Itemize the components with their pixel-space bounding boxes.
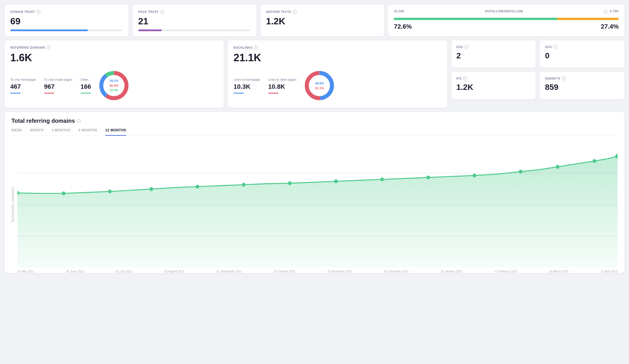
backlinks-value-other: 10.8K: [268, 83, 296, 90]
chart-dot: [593, 159, 596, 163]
backlinks-label-other: Links to other pages: [268, 78, 296, 82]
chart-dot: [519, 170, 523, 174]
dofollow-left-count: 15.35K: [394, 10, 404, 14]
sub-label-inside: To only inside pages: [44, 78, 73, 82]
x-label-jun: 01 June 2021: [66, 270, 84, 273]
dofollow-label: 15.35K DOFOLLOW/NOFOLLOW i 5.79K: [394, 10, 619, 15]
backlinks-label: BACKLINKS i: [234, 46, 441, 50]
chart-section: Total referring domains i WEEK MONTH 3 M…: [5, 112, 624, 273]
dofollow-right-count: 5.79K: [610, 10, 619, 14]
page-trust-bar: [138, 29, 251, 31]
page-trust-card: PAGE TRUST i 21: [132, 5, 256, 36]
subnets-value: 859: [545, 83, 619, 92]
x-label-nov: 01 November 2021: [328, 270, 352, 273]
backlinks-info-icon[interactable]: i: [254, 46, 258, 50]
chart-x-labels: 01 May 2021 01 June 2021 01 July 2021 01…: [17, 268, 618, 273]
backlinks-label-homepage: Links to homepage: [234, 78, 260, 82]
edu-gov-row: EDU i 2 GOV i 0: [451, 40, 624, 68]
referring-domains-card: REFERRING DOMAINS i 1.6K To only homepag…: [5, 40, 224, 108]
anchor-texts-info-icon[interactable]: i: [293, 10, 297, 14]
x-label-apr: 01 April 2022: [601, 270, 617, 273]
gov-card: GOV i 0: [540, 40, 624, 68]
sub-label-homepage: To only homepage: [10, 78, 36, 82]
chart-dot: [426, 175, 430, 179]
domain-trust-label: DOMAIN TRUST i: [10, 10, 123, 14]
domain-trust-bar: [10, 29, 123, 31]
chart-dot: [108, 189, 112, 193]
anchor-texts-label: ANCHOR TEXTS i: [266, 10, 379, 14]
ips-info-icon[interactable]: i: [463, 76, 467, 80]
sub-bar-homepage: [10, 93, 21, 94]
sub-bar-other: [81, 93, 91, 94]
donut-blue-pct: 29.2%: [110, 78, 118, 83]
page-trust-value: 21: [138, 16, 251, 27]
anchor-texts-card: ANCHOR TEXTS i 1.2K: [260, 5, 384, 36]
dofollow-info-icon[interactable]: i: [604, 10, 608, 14]
dofollow-title: DOFOLLOW/NOFOLLOW: [404, 10, 604, 14]
sub-value-other: 166: [81, 83, 91, 90]
donut-green-pct: 10.4%: [110, 88, 118, 93]
x-label-oct: 01 October 2021: [274, 270, 296, 273]
domain-trust-info-icon[interactable]: i: [36, 10, 40, 14]
chart-dot: [62, 191, 66, 195]
gov-info-icon[interactable]: i: [553, 45, 557, 49]
backlinks-bar-other: [268, 93, 278, 94]
page-trust-bar-fill: [138, 29, 162, 31]
backlinks-content: Links to homepage 10.3K Links to other p…: [234, 68, 441, 103]
right-stack: EDU i 2 GOV i 0 IPS i: [451, 40, 624, 108]
sub-stat-other: Other 166: [81, 78, 91, 93]
referring-domains-content: To only homepage 467 To only inside page…: [10, 68, 218, 103]
referring-domains-value: 1.6K: [10, 52, 218, 64]
sub-bar-inside: [44, 93, 54, 94]
edu-label: EDU i: [456, 45, 531, 49]
tab-week[interactable]: WEEK: [11, 128, 22, 136]
domain-trust-value: 69: [10, 16, 123, 27]
chart-dot: [196, 185, 199, 189]
tab-month[interactable]: MONTH: [30, 128, 43, 136]
chart-dot: [380, 177, 384, 181]
chart-dot: [472, 174, 476, 178]
sub-stat-homepage: To only homepage 467: [10, 78, 36, 93]
chart-dot: [149, 187, 153, 191]
sub-stat-inside: To only inside pages 967: [44, 78, 73, 93]
time-tabs: WEEK MONTH 3 MONTHS 6 MONTHS 12 MONTHS: [11, 128, 618, 136]
backlinks-donut-red: 51.1%: [315, 86, 324, 90]
chart-y-label: REFERRING DOMAINS: [11, 187, 15, 222]
dofollow-card: 15.35K DOFOLLOW/NOFOLLOW i 5.79K 72.6% 2…: [388, 5, 624, 36]
domain-trust-card: DOMAIN TRUST i 69: [5, 5, 128, 36]
edu-value: 2: [456, 51, 531, 60]
subnets-info-icon[interactable]: i: [562, 76, 566, 80]
page-trust-info-icon[interactable]: i: [160, 10, 164, 14]
chart-dot: [242, 183, 246, 187]
backlinks-card: BACKLINKS i 21.1K Links to homepage 10.3…: [228, 40, 447, 108]
dofollow-green-pct: 72.6%: [394, 23, 412, 30]
referring-donut-center: 29.2% 60.4% 10.4%: [110, 78, 118, 93]
backlinks-sub-homepage: Links to homepage 10.3K: [234, 78, 260, 93]
ips-card: IPS i 1.2K: [451, 72, 536, 99]
page-trust-label: PAGE TRUST i: [138, 10, 251, 14]
dofollow-green-fill: [394, 18, 557, 20]
gov-value: 0: [545, 51, 619, 60]
ips-value: 1.2K: [456, 83, 531, 92]
anchor-texts-value: 1.2K: [266, 16, 379, 27]
tab-3months[interactable]: 3 MONTHS: [52, 128, 70, 136]
backlinks-value: 21.1K: [234, 52, 441, 64]
backlinks-donut: 48.9% 51.1%: [302, 68, 337, 103]
backlinks-sub-other: Links to other pages 10.8K: [268, 78, 296, 93]
edu-card: EDU i 2: [451, 40, 536, 68]
x-label-jul: 01 July 2021: [116, 270, 132, 273]
dofollow-orange-pct: 27.4%: [601, 23, 619, 30]
referring-donut: 29.2% 60.4% 10.4%: [97, 68, 131, 103]
referring-domains-info-icon[interactable]: i: [47, 46, 51, 50]
tab-12months[interactable]: 12 MONTHS: [105, 128, 126, 136]
referring-sub-stats: To only homepage 467 To only inside page…: [10, 78, 91, 93]
tab-6months[interactable]: 6 MONTHS: [78, 128, 97, 136]
chart-info-icon[interactable]: i: [77, 119, 81, 123]
backlinks-value-homepage: 10.3K: [234, 83, 260, 90]
dofollow-bar: [394, 18, 619, 20]
dofollow-orange-fill: [557, 18, 619, 20]
domain-trust-bar-fill: [10, 29, 88, 31]
edu-info-icon[interactable]: i: [464, 45, 468, 49]
x-label-mar: 01 March 2022: [549, 270, 569, 273]
chart-title: Total referring domains i: [11, 118, 618, 124]
